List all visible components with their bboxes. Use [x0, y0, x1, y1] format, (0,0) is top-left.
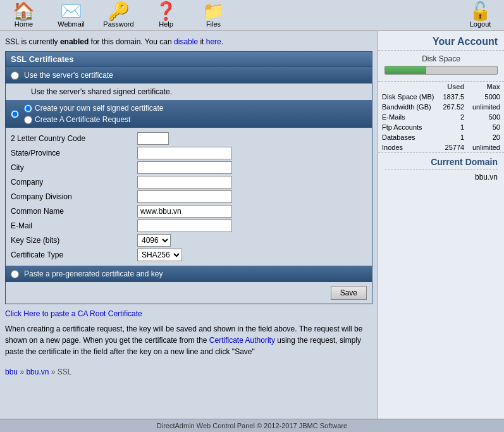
form-row-company: Company [11, 176, 367, 188]
ssl-here-link[interactable]: here [206, 37, 221, 46]
save-row: Save [6, 282, 372, 304]
stats-row-db: Databases 1 20 [378, 132, 504, 142]
disk-bar-fill [385, 66, 426, 74]
stats-header-row: Used Max [378, 82, 504, 92]
form-row-division: Company Division [11, 190, 367, 203]
nav-webmail[interactable]: ✉️ Webmail [54, 3, 89, 28]
input-division[interactable] [137, 190, 232, 203]
certificate-authority-link[interactable]: Certificate Authority [209, 336, 275, 345]
cert-sub-radio-1[interactable] [24, 104, 32, 113]
stats-row-inodes: Inodes 25774 unlimited [378, 142, 504, 152]
stats-email-used: 2 [439, 112, 468, 122]
form-row-state: State/Province [11, 147, 367, 159]
input-country[interactable] [137, 132, 169, 145]
ssl-certificates-container: SSL Certificates Use the server's certif… [5, 51, 372, 304]
nav-password-label: Password [103, 20, 133, 28]
stats-email-max: 500 [468, 112, 504, 122]
left-content: SSL is currently enabled for this domain… [0, 31, 378, 426]
cert-option-1[interactable]: Use the server's certificate [6, 67, 372, 83]
ssl-disable-link[interactable]: disable [174, 37, 198, 46]
top-nav: 🏠 Home ✉️ Webmail 🔑 Password ❓ Help 📁 Fi… [0, 0, 504, 31]
right-sidebar: Your Account Disk Space Used Max Disk Sp… [378, 31, 504, 426]
stats-db-max: 20 [468, 132, 504, 142]
stats-disk-used: 1837.5 [439, 92, 468, 102]
disk-bar-bg [384, 66, 498, 75]
ssl-period: . [221, 37, 223, 46]
disk-space-section: Disk Space [378, 51, 504, 82]
stats-inodes-label: Inodes [378, 142, 439, 152]
password-icon: 🔑 [108, 3, 130, 20]
cert-self-signed-label[interactable]: Create your own self signed certificate [24, 104, 163, 113]
stats-row-ftp: Ftp Accounts 1 50 [378, 122, 504, 132]
breadcrumb-bbu-vn[interactable]: bbu.vn [26, 367, 49, 376]
stats-email-label: E-Mails [378, 112, 439, 122]
label-email: E-Mail [11, 221, 137, 230]
stats-row-email: E-Mails 2 500 [378, 112, 504, 122]
form-row-certtype: Certificate Type SHA1 SHA256 [11, 249, 367, 261]
help-icon: ❓ [155, 3, 177, 20]
ssl-text-before: SSL is currently [5, 37, 60, 46]
cert-radio-3[interactable] [11, 270, 19, 278]
stats-bw-max: unlimited [468, 102, 504, 112]
stats-row-disk: Disk Space (MB) 1837.5 5000 [378, 92, 504, 102]
cert-info: When creating a certificate request, the… [5, 323, 372, 357]
current-domain-title: Current Domain [384, 157, 498, 170]
input-state[interactable] [137, 147, 232, 159]
cert-sub-radio-2[interactable] [24, 116, 32, 124]
stats-bw-label: Bandwidth (GB) [378, 102, 439, 112]
ssl-enabled-word: enabled [60, 37, 89, 46]
sidebar-title: Your Account [378, 31, 504, 51]
label-state: State/Province [11, 149, 137, 157]
label-division: Company Division [11, 192, 137, 201]
cert-option-1-label: Use the server's certificate [24, 71, 113, 80]
files-icon: 📁 [202, 3, 224, 20]
stats-used-header: Used [439, 82, 468, 92]
webmail-icon: ✉️ [60, 3, 82, 20]
logout-icon: 🔓 [469, 3, 491, 20]
stats-disk-max: 5000 [468, 92, 504, 102]
nav-help-label: Help [159, 20, 173, 28]
nav-logout-label: Logout [470, 20, 491, 28]
nav-home[interactable]: 🏠 Home [6, 3, 41, 28]
input-email[interactable] [137, 219, 232, 232]
ssl-section-title: SSL Certificates [5, 51, 372, 67]
stats-label-header [378, 82, 439, 92]
ssl-text-after: it [198, 37, 206, 46]
breadcrumb: bbu » bbu.vn » SSL [5, 367, 372, 376]
stats-db-label: Databases [378, 132, 439, 142]
form-row-email: E-Mail [11, 219, 367, 232]
breadcrumb-sep-2: » [51, 367, 58, 376]
label-city: City [11, 163, 137, 172]
stats-inodes-max: unlimited [468, 142, 504, 152]
breadcrumb-bbu[interactable]: bbu [5, 367, 18, 376]
breadcrumb-ssl: SSL [58, 367, 72, 376]
cert-radio-2[interactable] [11, 110, 19, 118]
nav-password[interactable]: 🔑 Password [101, 3, 136, 28]
select-certtype[interactable]: SHA1 SHA256 [137, 249, 182, 261]
cert-info-paragraph: When creating a certificate request, the… [5, 323, 372, 357]
cert-request-label[interactable]: Create A Certificate Request [24, 115, 163, 124]
cert-radio-group: Create your own self signed certificate … [24, 104, 163, 124]
select-keysize[interactable]: 512 1024 2048 4096 [137, 234, 171, 247]
stats-bw-used: 267.52 [439, 102, 468, 112]
footer: DirectAdmin Web Control Panel © 2012-201… [0, 419, 504, 432]
cert-radio-1[interactable] [11, 71, 19, 80]
ca-root-link[interactable]: Click Here to paste a CA Root Certificat… [5, 309, 142, 318]
save-button[interactable]: Save [331, 286, 367, 300]
current-domain-value: bbu.vn [384, 173, 498, 182]
ca-link-section: Click Here to paste a CA Root Certificat… [5, 309, 372, 318]
input-company[interactable] [137, 176, 232, 188]
cert-option-3[interactable]: Paste a pre-generated certificate and ke… [6, 266, 372, 282]
input-common-name[interactable] [137, 205, 232, 218]
nav-logout[interactable]: 🔓 Logout [463, 3, 498, 28]
stats-inodes-used: 25774 [439, 142, 468, 152]
stats-row-bw: Bandwidth (GB) 267.52 unlimited [378, 102, 504, 112]
input-city[interactable] [137, 161, 232, 174]
nav-files[interactable]: 📁 Files [196, 3, 231, 28]
stats-max-header: Max [468, 82, 504, 92]
stats-table: Used Max Disk Space (MB) 1837.5 5000 Ban… [378, 82, 504, 152]
breadcrumb-sep-1: » [20, 367, 26, 376]
label-country: 2 Letter Country Code [11, 134, 137, 143]
cert-sub-desc: Use the server's shared signed certifica… [6, 83, 372, 100]
nav-help[interactable]: ❓ Help [149, 3, 183, 28]
